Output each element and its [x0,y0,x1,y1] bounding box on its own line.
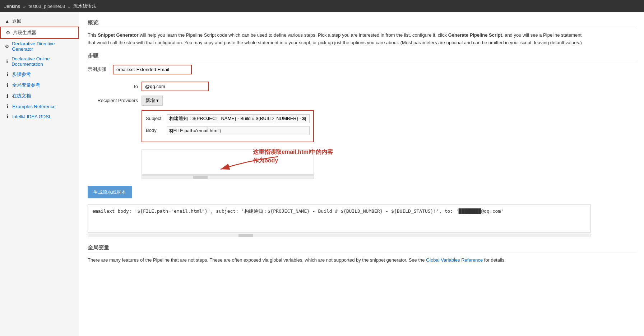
global-vars-section: 全局变量 There are many features of the Pipe… [88,244,635,264]
topbar-jenkins: Jenkins [4,4,20,9]
global-vars-title: 全局变量 [88,244,635,253]
script-scrollbar-thumb[interactable] [238,234,253,237]
body-input[interactable] [167,126,310,135]
add-button-label: 新增 [145,97,155,104]
info-icon: ℹ [4,59,9,64]
subject-input[interactable] [167,114,310,123]
intellij-icon: ℹ [4,114,10,119]
scrollbar-thumb[interactable] [193,176,208,179]
steps-title: 步骤 [88,52,635,61]
add-button-group: 新增 ▾ [142,96,163,106]
examples-icon: ℹ [4,103,10,109]
add-recipient-button[interactable]: 新增 ▾ [142,96,163,106]
generate-section: 生成流水线脚本 [88,186,635,198]
to-label: To [88,82,138,89]
online-doc-link[interactable]: 在线文档 [12,93,31,99]
sidebar-item-declarative-directive[interactable]: ⚙ Declarative Directive Generator [0,39,79,54]
sidebar-item-global-vars[interactable]: ℹ 全局变量参考 [0,80,79,91]
sidebar-item-steps-reference[interactable]: ℹ 步骤参考 [0,69,79,80]
scrollbar-area [142,175,314,179]
recipient-providers-row: Recipient Providers 新增 ▾ [88,96,635,106]
extended-area: 这里指读取email.html中的内容作为body [142,149,314,175]
subject-field-row: Subject [146,114,310,123]
global-vars-text1: There are many features of the Pipeline … [88,257,425,263]
sidebar-item-intellij-gdsl[interactable]: ℹ IntelliJ IDEA GDSL [0,111,79,121]
separator2: » [68,4,70,9]
steps-icon: ℹ [4,72,10,77]
topbar-breadcrumb2: 流水线语法 [73,3,97,9]
generate-button[interactable]: 生成流水线脚本 [88,186,132,198]
steps-reference-link[interactable]: 步骤参考 [12,71,31,78]
topbar-breadcrumb1[interactable]: test03_pipeline03 [28,4,65,9]
topbar: Jenkins » test03_pipeline03 » 流水线语法 [0,0,644,12]
scrollbar-track [142,175,314,179]
sample-step-row: 示例步骤 emailext: Extended Email [88,65,635,74]
subject-inner-label: Subject [146,114,164,121]
sample-step-label: 示例步骤 [88,66,109,73]
script-scrollbar-area [88,234,590,237]
sidebar-active-label: 片段生成器 [13,29,36,36]
sidebar-item-examples-reference[interactable]: ℹ Examples Reference [0,101,79,111]
declarative-directive-link[interactable]: Declarative Directive Generator [12,41,74,52]
email-form: To Recipient Providers 新增 ▾ Subjec [88,82,635,142]
declarative-online-doc-link[interactable]: Declarative Online Documentation [11,56,74,67]
sidebar-back-label: 返回 [12,18,22,24]
overview-title: 概览 [88,19,635,28]
body-inner-label: Body [146,126,164,133]
sidebar-item-snippet-generator[interactable]: ⚙ 片段生成器 [0,27,79,39]
sidebar: ▲ 返回 ⚙ 片段生成器 ⚙ Declarative Directive Gen… [0,12,79,336]
recipient-providers-label: Recipient Providers [88,96,138,103]
global-vars-link[interactable]: 全局变量参考 [12,82,40,88]
global-vars-icon: ℹ [4,82,10,88]
intellij-gdsl-link[interactable]: IntelliJ IDEA GDSL [12,114,51,119]
to-input[interactable] [142,82,209,91]
spacer-label [88,110,138,112]
dropdown-arrow-icon: ▾ [156,98,159,103]
subject-body-box: Subject Body [142,110,314,142]
gear-small-icon: ⚙ [4,43,10,49]
script-scrollbar-track [88,234,590,237]
layout: ▲ 返回 ⚙ 片段生成器 ⚙ Declarative Directive Gen… [0,12,644,336]
examples-reference-link[interactable]: Examples Reference [12,104,56,109]
annotation-text: 这里指读取email.html中的内容作为body [253,148,353,165]
sidebar-item-back[interactable]: ▲ 返回 [0,16,79,27]
sidebar-item-online-doc[interactable]: ℹ 在线文档 [0,91,79,101]
main-content: 概览 This Snippet Generator will help you … [79,12,644,336]
online-doc-icon: ℹ [4,93,10,99]
global-vars-text2: for details. [484,257,506,263]
global-vars-text: There are many features of the Pipeline … [88,257,635,264]
sample-step-select[interactable]: emailext: Extended Email [113,65,192,74]
gear-icon: ⚙ [5,30,11,36]
global-vars-link[interactable]: Global Variables Reference [426,257,483,263]
to-row: To [88,82,635,91]
back-icon: ▲ [4,18,10,24]
overview-text: This Snippet Generator will help you lea… [88,32,590,47]
sidebar-item-declarative-online-doc[interactable]: ℹ Declarative Online Documentation [0,54,79,69]
subject-body-row: Subject Body [88,110,635,142]
body-field-row: Body [146,126,310,135]
script-output: emailext body: '${FILE.path="email.html"… [88,204,590,233]
separator1: » [23,4,26,9]
